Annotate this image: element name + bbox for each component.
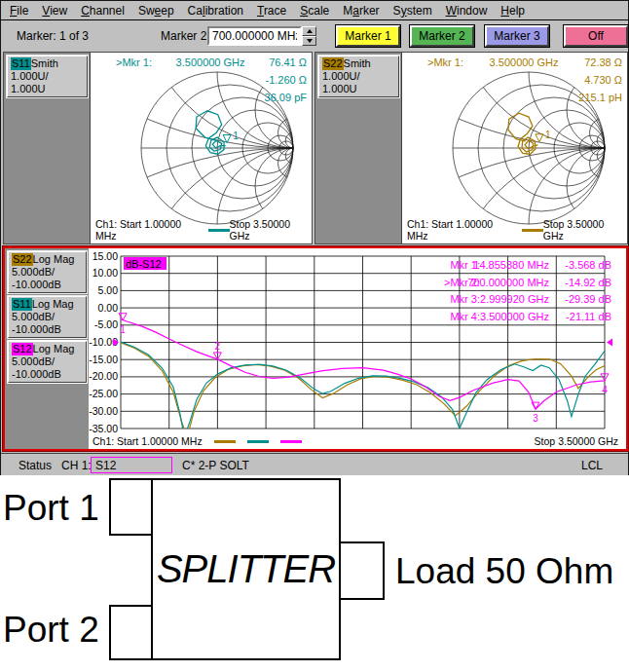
s22-trace-settings-box[interactable]: S22Smith 1.000U/ 1.000U [318, 56, 399, 97]
marker-readout-cell: 14.855380 MHz [473, 259, 549, 271]
s11-smith-chart-area[interactable]: 1 >Mkr 1: 3.500000 GHz 76.41 Ω -1.260 Ω … [90, 53, 312, 243]
s22-logmag-ref: -10.000dB [12, 279, 83, 291]
marker-readout-cell: -29.39 dB [565, 293, 611, 305]
marker-status-text: Marker: 1 of 3 [17, 29, 89, 43]
trace-marker-1 [119, 314, 127, 320]
menu-item-view[interactable]: View [35, 2, 74, 19]
s22-axis-start: Ch1: Start 1.00000 MHz [407, 218, 510, 242]
s12-logmag-chip: S12 [12, 343, 33, 355]
menu-item-channel[interactable]: Channel [74, 2, 131, 19]
trace-marker-2-label: 2 [215, 341, 221, 352]
menu-item-help[interactable]: Help [494, 2, 532, 19]
marker-toolbar: Marker: 1 of 3 Marker 2 Marker 1Marker 2… [1, 21, 628, 51]
menu-item-system[interactable]: System [387, 2, 439, 19]
s11-marker-frequency: 3.500000 GHz [176, 56, 245, 68]
logmag-chart: 15.0010.005.000.00-5.00-10.00-15.00-20.0… [89, 248, 626, 449]
marker-2-button[interactable]: Marker 2 [410, 25, 474, 47]
trace-marker-1-label: 1 [120, 324, 126, 335]
smith-marker-1-label: 1 [545, 130, 551, 140]
splitter-body-rect: SPLITTER [151, 478, 341, 660]
smith-marker-1-label: 1 [233, 131, 239, 141]
y-axis-tick: 0.00 [98, 302, 119, 314]
channel-label: CH 1: [61, 459, 92, 472]
s22-marker-resistance: 72.38 Ω [584, 56, 622, 68]
s12-logmag-ref: -10.000dB [12, 368, 83, 381]
port1-label: Port 1 [3, 488, 99, 529]
screen: FileViewChannelSweepCalibrationTraceScal… [0, 0, 629, 672]
menu-item-trace[interactable]: Trace [250, 2, 293, 19]
menu-item-file[interactable]: File [3, 2, 35, 19]
marker-readout-cell: 700.000000 MHz [467, 277, 549, 288]
s22-marker-reactance: 4.730 Ω [584, 74, 622, 86]
local-mode-indicator: LCL [581, 459, 603, 472]
menu-item-marker[interactable]: Marker [336, 2, 386, 19]
spinner-down-button[interactable] [302, 36, 316, 46]
s22-logmag-chip: S22 [12, 253, 33, 266]
s11-trace-settings-box[interactable]: S11Smith 1.000U/ 1.000U [7, 56, 88, 97]
splitter-diagram: SPLITTER Port 1 Port 2 Load 50 Ohm [0, 475, 629, 672]
s11-logmag-scale: 5.000dB/ [12, 311, 83, 323]
splitter-label: SPLITTER [157, 547, 335, 591]
s12-logmag-scale: 5.000dB/ [12, 355, 83, 368]
y-axis-tick: -25.00 [89, 388, 118, 399]
marker-3-button[interactable]: Marker 3 [485, 25, 549, 47]
s11-marker-name: >Mkr 1: [116, 56, 152, 68]
menu-item-sweep[interactable]: Sweep [131, 2, 181, 19]
smith-trace [196, 111, 225, 154]
s11-marker-reactance: -1.260 Ω [266, 74, 307, 86]
panel-s11-smith: S11Smith 1.000U/ 1.000U 1 >Mkr 1: 3.5000… [3, 52, 313, 244]
s11-logmag-format: Log Mag [32, 298, 74, 310]
s22-smith-chart-area[interactable]: 1 >Mkr 1: 3.500000 GHz 72.38 Ω 4.730 Ω 2… [401, 53, 627, 243]
s22-logmag-format: Log Mag [33, 253, 75, 265]
marker-readout-cell: 3.500000 GHz [480, 311, 549, 322]
panel-logmag: S22Log Mag 5.000dB/ -10.000dB S11Log Mag… [3, 246, 628, 451]
s12-logmag-settings-box[interactable]: S12Log Mag 5.000dB/ -10.000dB [8, 341, 87, 383]
s22-scale-value: 1.000U/ [322, 70, 395, 83]
s22-logmag-scale: 5.000dB/ [12, 266, 83, 279]
marker-readout-cell: -3.568 dB [565, 259, 611, 271]
menu-item-calibration[interactable]: Calibration [181, 2, 250, 19]
s22-ref-value: 1.000U [322, 83, 395, 95]
port1-connector-rect [109, 478, 153, 536]
marker-frequency-stepper [302, 26, 316, 46]
s11-legend-dash [247, 440, 269, 443]
logmag-plot-area[interactable]: 15.0010.005.000.00-5.00-10.00-15.00-20.0… [89, 248, 626, 449]
logmag-axis-stop: Stop 3.50000 GHz [535, 435, 618, 447]
menu-item-window[interactable]: Window [439, 2, 495, 19]
spinner-up-button[interactable] [302, 26, 316, 36]
active-trace-corner-label: dB-S12 [126, 258, 162, 270]
s11-panel-sidebar: S11Smith 1.000U/ 1.000U [4, 53, 90, 243]
trace-marker-3-label: 3 [533, 413, 538, 424]
y-axis-tick: -15.00 [89, 354, 118, 365]
port2-connector-rect [109, 605, 153, 660]
s11-ref-value: 1.000U [11, 83, 84, 95]
panel-s22-smith: S22Smith 1.000U/ 1.000U 1 >Mkr 1: 3.5000… [314, 52, 628, 244]
s11-axis-start: Ch1: Start 1.00000 MHz [95, 218, 197, 242]
s11-marker-capacitance: 36.09 pF [265, 92, 307, 103]
y-axis-tick: 5.00 [98, 284, 119, 296]
y-axis-tick: -5.00 [94, 318, 118, 330]
logmag-panel-sidebar: S22Log Mag 5.000dB/ -10.000dB S11Log Mag… [5, 248, 89, 449]
load-connector-rect [339, 541, 385, 600]
marker-readout-cell: Mkr 4: [450, 311, 480, 322]
port2-label: Port 2 [3, 610, 99, 651]
marker-field-label: Marker 2 [161, 29, 206, 43]
marker-1-button[interactable]: Marker 1 [336, 25, 400, 47]
marker-readout-cell: Mkr 3: [450, 293, 480, 305]
y-axis-tick: -35.00 [89, 423, 118, 434]
s22-marker-name: >Mkr 1: [427, 56, 463, 68]
off-button[interactable]: Off [564, 25, 628, 47]
s11-logmag-settings-box[interactable]: S11Log Mag 5.000dB/ -10.000dB [8, 296, 87, 338]
s11-axis-stop: Stop 3.50000 GHz [230, 218, 307, 242]
logmag-axis-start: Ch1: Start 1.00000 MHz [92, 435, 203, 447]
vna-application-window: FileViewChannelSweepCalibrationTraceScal… [0, 0, 629, 475]
s22-trace-legend-dash [522, 229, 543, 232]
marker-readout-cell: 2.999920 GHz [480, 293, 549, 305]
marker-readout-cell: -21.11 dB [566, 311, 611, 322]
s11-trace-legend-dash [208, 229, 230, 232]
s22-logmag-settings-box[interactable]: S22Log Mag 5.000dB/ -10.000dB [8, 251, 87, 293]
menu-item-scale[interactable]: Scale [293, 2, 336, 19]
marker-frequency-input[interactable] [207, 26, 302, 46]
smith-marker-1 [536, 134, 543, 142]
arrow-up-icon [307, 29, 313, 33]
